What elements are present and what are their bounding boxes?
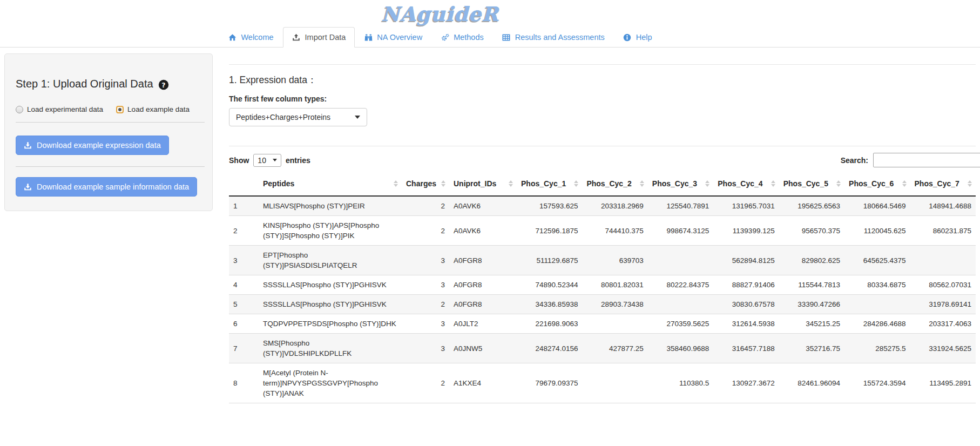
- table-cell: 956570.375: [779, 216, 844, 246]
- entries-label: entries: [286, 156, 310, 165]
- table-cell: 1139399.125: [713, 216, 779, 246]
- row-index-cell: 2: [229, 216, 259, 246]
- table-cell: A0FGR8: [449, 275, 517, 295]
- table-cell: 3: [402, 275, 449, 295]
- content-layout: Step 1: Upload Original Data ? Load expe…: [0, 53, 980, 403]
- show-label: Show: [229, 156, 249, 165]
- column-header-label: Phos_Cyc_4: [718, 179, 762, 188]
- column-header[interactable]: Phos_Cyc_2: [582, 173, 647, 196]
- table-cell: 131965.7031: [713, 196, 779, 216]
- column-header-label: Phos_Cyc_6: [849, 179, 894, 188]
- search-input[interactable]: [873, 153, 980, 167]
- sort-arrows-icon: [836, 180, 841, 187]
- step1-title: Step 1: Upload Original Data ?: [16, 78, 201, 90]
- table-cell: 2: [402, 196, 449, 216]
- upload-sidebar-panel: Step 1: Upload Original Data ? Load expe…: [4, 53, 213, 211]
- tab-import-data[interactable]: Import Data: [283, 27, 355, 48]
- radio-unchecked-icon: [16, 106, 23, 113]
- table-cell: 562894.8125: [713, 246, 779, 275]
- column-header[interactable]: Charges: [402, 173, 449, 196]
- table-cell: 115544.7813: [779, 275, 844, 295]
- row-index-cell: 5: [229, 295, 259, 314]
- table-cell: 80334.6875: [844, 275, 910, 295]
- table-cell: 284286.4688: [844, 314, 910, 334]
- tab-label: Methods: [454, 32, 484, 42]
- download-icon: [24, 141, 32, 150]
- table-cell: 285275.5: [844, 334, 910, 363]
- row-index-cell: 1: [229, 196, 259, 216]
- radio-label: Load experimental data: [27, 105, 103, 113]
- table-cell: 180664.5469: [844, 196, 910, 216]
- table-cell: 2: [402, 363, 449, 403]
- row-index-cell: 6: [229, 314, 259, 334]
- table-row: 8M[Acetyl (Protein N-term)]NPVYSPGSSGVPY…: [229, 363, 976, 403]
- column-header[interactable]: Peptides: [259, 173, 402, 196]
- table-cell: 860231.875: [910, 216, 976, 246]
- table-cell: 248274.0156: [517, 334, 582, 363]
- tab-results-assessments[interactable]: Results and Assessments: [493, 27, 614, 48]
- table-cell: 1120045.625: [844, 216, 910, 246]
- table-cell: A1KXE4: [449, 363, 517, 403]
- sort-arrows-icon: [771, 180, 775, 187]
- tab-na-overview[interactable]: NA Overview: [355, 27, 431, 48]
- table-cell: 203318.2969: [582, 196, 647, 216]
- column-header[interactable]: Phos_Cyc_1: [517, 173, 582, 196]
- table-row: 6TQDPVPPETPSDS[Phospho (STY)]DHK3A0JLT22…: [229, 314, 976, 334]
- table-cell: 80562.07031: [910, 275, 976, 295]
- show-entries-control: Show 10 entries: [229, 154, 310, 167]
- table-cell: 712596.1875: [517, 216, 582, 246]
- tab-label: Help: [636, 32, 652, 42]
- table-cell: [648, 295, 713, 314]
- table-header: PeptidesChargesUniprot_IDsPhos_Cyc_1Phos…: [229, 173, 976, 196]
- data-source-radio-group: Load experimental data Load example data: [16, 105, 201, 113]
- table-cell: [844, 295, 910, 314]
- table-row: 4SSSSLLAS[Phospho (STY)]PGHISVK3A0FGR874…: [229, 275, 976, 295]
- table-cell: 31978.69141: [910, 295, 976, 314]
- table-cell: 221698.9063: [517, 314, 582, 334]
- page-length-select[interactable]: 10: [253, 154, 281, 167]
- column-header[interactable]: Phos_Cyc_6: [844, 173, 910, 196]
- table-row: 7SMS[Phospho (STY)]VDLSHIPLKDPLLFK3A0JNW…: [229, 334, 976, 363]
- column-types-dropdown[interactable]: Peptides+Charges+Proteins: [229, 108, 367, 126]
- table-cell: [910, 246, 976, 275]
- radio-label: Load example data: [127, 105, 190, 113]
- question-circle-icon[interactable]: ?: [158, 79, 169, 90]
- table-header-row: PeptidesChargesUniprot_IDsPhos_Cyc_1Phos…: [229, 173, 976, 196]
- download-example-sample-information-data-button[interactable]: Download example sample information data: [16, 177, 197, 197]
- tab-help[interactable]: Help: [614, 27, 661, 48]
- table-body: 1MLISAVS[Phospho (STY)]PEIR2A0AVK6157593…: [229, 196, 976, 403]
- page-length-value: 10: [258, 156, 266, 165]
- table-cell: [648, 246, 713, 275]
- row-index-header: [229, 173, 259, 196]
- sidebar-divider: [16, 122, 205, 123]
- column-header-label: Peptides: [263, 179, 294, 188]
- column-header-label: Phos_Cyc_7: [915, 179, 959, 188]
- column-header-label: Phos_Cyc_2: [586, 179, 631, 188]
- sort-arrows-icon: [574, 180, 578, 187]
- tab-methods[interactable]: Methods: [431, 27, 493, 48]
- table-cell: 345215.25: [779, 314, 844, 334]
- table-cell: SMS[Phospho (STY)]VDLSHIPLKDPLLFK: [259, 334, 402, 363]
- app-logo: NAguideR: [0, 0, 880, 26]
- column-header[interactable]: Uniprot_IDs: [449, 173, 517, 196]
- table-cell: 203317.4063: [910, 314, 976, 334]
- radio-load-experimental-data[interactable]: Load experimental data: [16, 105, 103, 113]
- table-cell: M[Acetyl (Protein N-term)]NPVYSPGSSGVPY[…: [259, 363, 402, 403]
- table-cell: 82461.96094: [779, 363, 844, 403]
- home-icon: [228, 33, 236, 42]
- table-cell: [582, 314, 647, 334]
- step1-title-text: Step 1: Upload Original Data: [16, 78, 153, 90]
- column-header-label: Phos_Cyc_3: [652, 179, 697, 188]
- radio-load-example-data[interactable]: Load example data: [116, 105, 190, 113]
- download-example-expression-data-button[interactable]: Download example expression data: [16, 136, 169, 155]
- column-header[interactable]: Phos_Cyc_7: [910, 173, 976, 196]
- datatable-controls: Show 10 entries Search:: [229, 153, 976, 167]
- tab-welcome[interactable]: Welcome: [219, 27, 282, 48]
- column-header[interactable]: Phos_Cyc_4: [713, 173, 779, 196]
- table-cell: 312614.5938: [713, 314, 779, 334]
- table-cell: EPT[Phospho (STY)]PSIASDISLPIATQELR: [259, 246, 402, 275]
- column-header[interactable]: Phos_Cyc_3: [648, 173, 713, 196]
- table-cell: SSSSLLAS[Phospho (STY)]PGHISVK: [259, 275, 402, 295]
- column-header[interactable]: Phos_Cyc_5: [779, 173, 844, 196]
- table-row: 3EPT[Phospho (STY)]PSIASDISLPIATQELR3A0F…: [229, 246, 976, 275]
